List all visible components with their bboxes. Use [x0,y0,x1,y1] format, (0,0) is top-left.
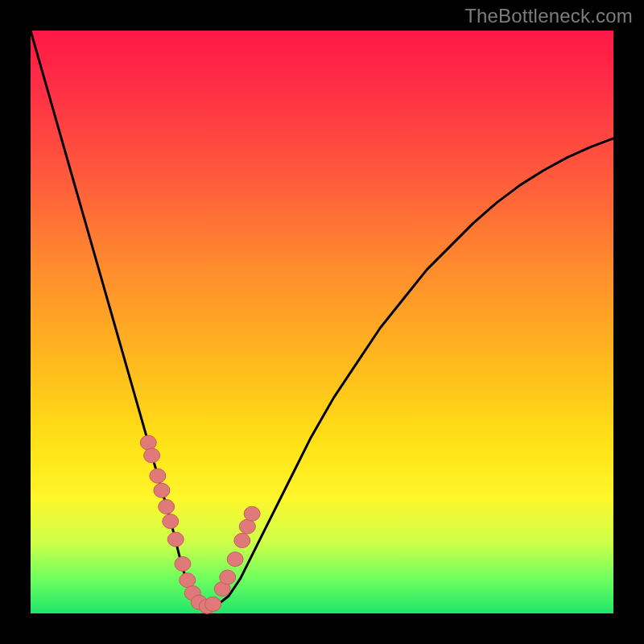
marker-point [205,597,221,611]
marker-point [244,506,260,521]
marker-point [159,500,175,514]
marker-point [154,483,170,497]
highlight-markers [140,436,260,613]
marker-point [239,519,255,534]
chart-svg [0,0,644,644]
marker-point [234,534,250,548]
marker-point [140,436,156,450]
marker-point [167,532,184,547]
curve-path [31,31,613,608]
chart-frame: TheBottleneck.com [0,0,644,644]
bottleneck-curve [31,31,613,608]
marker-point [227,552,243,567]
marker-point [144,448,160,463]
marker-point [220,570,236,584]
marker-point [180,573,196,588]
marker-point [163,514,179,529]
marker-point [175,556,191,571]
marker-point [150,469,166,483]
watermark-label: TheBottleneck.com [464,5,633,27]
